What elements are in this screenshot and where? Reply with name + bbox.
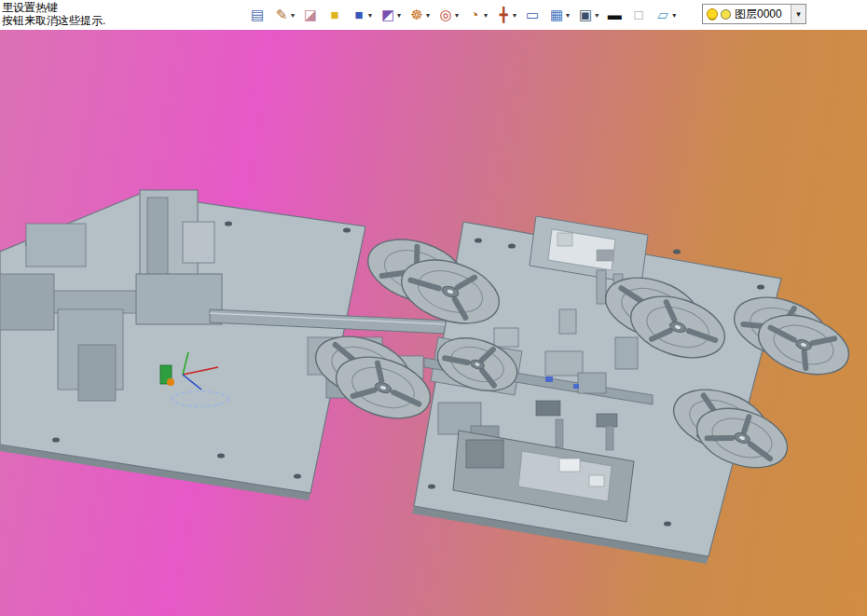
chevron-down-icon[interactable]: ▾ <box>291 11 295 20</box>
blue-box-button[interactable]: ■▾ <box>348 4 375 26</box>
cad-model <box>0 30 867 616</box>
sheet-button[interactable]: ▤ <box>246 4 268 26</box>
color-pencil-icon: ✎ <box>273 6 290 24</box>
chevron-down-icon[interactable]: ▾ <box>791 5 805 23</box>
display-icon: ▣ <box>577 6 594 24</box>
compass-button[interactable]: ◎▾ <box>434 4 461 26</box>
layer-color-icon[interactable] <box>721 9 731 20</box>
panel-icon: ▱ <box>654 6 671 24</box>
toolbar-icons: ▤✎▾◪■■▾◩▾☸▾◎▾◔▾╋▾▭▦▾▣▾▬□▱▾ <box>246 4 679 26</box>
chevron-down-icon[interactable]: ▾ <box>672 11 676 20</box>
chevron-down-icon[interactable]: ▾ <box>566 11 570 20</box>
yellow-box-button[interactable]: ■ <box>323 4 346 26</box>
hint-text: 里设置热键 按钮来取消这些提示. <box>2 1 105 27</box>
blue-box-icon: ■ <box>351 6 367 24</box>
line-weight-button[interactable]: ▬ <box>603 4 626 26</box>
grid-icon: ▦ <box>548 6 565 24</box>
move-button[interactable]: ╋▾ <box>492 4 519 26</box>
hint-line-1: 里设置热键 <box>2 1 105 14</box>
color-pencil-button[interactable]: ✎▾ <box>270 4 297 26</box>
material-button[interactable]: ◩▾ <box>377 4 404 26</box>
white-square-button[interactable]: □ <box>627 4 650 26</box>
eraser-button[interactable]: ◪ <box>299 4 322 26</box>
chevron-down-icon[interactable]: ▾ <box>595 11 599 20</box>
color-wheel-icon: ☸ <box>408 6 425 24</box>
selection-box-icon: ▭ <box>524 6 541 24</box>
panel-button[interactable]: ▱▾ <box>652 4 679 26</box>
material-icon: ◩ <box>379 6 396 24</box>
display-button[interactable]: ▣▾ <box>574 4 601 26</box>
chevron-down-icon[interactable]: ▾ <box>484 11 488 20</box>
line-weight-icon: ▬ <box>606 6 623 24</box>
chevron-down-icon[interactable]: ▾ <box>455 11 459 20</box>
eraser-icon: ◪ <box>302 6 319 24</box>
hint-line-2: 按钮来取消这些提示. <box>2 14 105 27</box>
compass-icon: ◎ <box>437 6 454 24</box>
grid-button[interactable]: ▦▾ <box>545 4 572 26</box>
chevron-down-icon[interactable]: ▾ <box>513 11 516 20</box>
top-toolbar-strip: 里设置热键 按钮来取消这些提示. ▤✎▾◪■■▾◩▾☸▾◎▾◔▾╋▾▭▦▾▣▾▬… <box>0 0 867 30</box>
layer-visibility-bulb-icon[interactable] <box>707 8 718 20</box>
chevron-down-icon[interactable]: ▾ <box>426 11 430 20</box>
sheet-icon: ▤ <box>249 6 266 24</box>
chevron-down-icon[interactable]: ▾ <box>368 11 372 20</box>
viewport[interactable] <box>0 30 867 616</box>
zoom-button[interactable]: ◔▾ <box>463 4 490 26</box>
layer-name-label: 图层0000 <box>735 7 791 22</box>
zoom-icon: ◔ <box>466 6 483 24</box>
layer-dropdown[interactable]: 图层0000 ▾ <box>702 4 806 24</box>
yellow-box-icon: ■ <box>326 6 343 24</box>
chevron-down-icon[interactable]: ▾ <box>397 11 401 20</box>
selection-box-button[interactable]: ▭ <box>521 4 544 26</box>
move-icon: ╋ <box>495 6 512 24</box>
color-wheel-button[interactable]: ☸▾ <box>406 4 433 26</box>
white-square-icon: □ <box>630 6 647 24</box>
cad-application-window: 里设置热键 按钮来取消这些提示. ▤✎▾◪■■▾◩▾☸▾◎▾◔▾╋▾▭▦▾▣▾▬… <box>0 0 867 616</box>
